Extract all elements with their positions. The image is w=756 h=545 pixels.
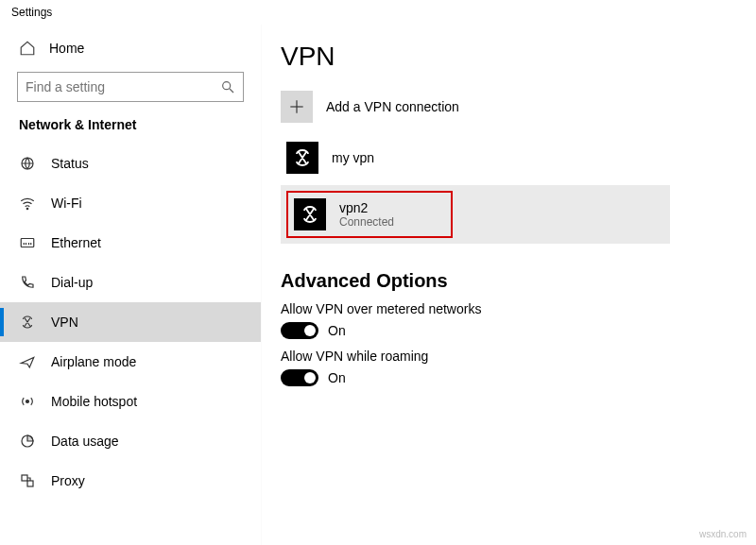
highlight-box: vpn2 Connected [286, 191, 453, 238]
home-label: Home [49, 41, 84, 56]
sidebar-item-label: Wi-Fi [51, 196, 82, 211]
add-vpn-button[interactable]: Add a VPN connection [281, 87, 756, 136]
vpn-connection-item[interactable]: my vpn [281, 136, 756, 179]
svg-line-1 [230, 89, 233, 93]
plus-icon [281, 91, 313, 123]
svg-point-3 [26, 208, 28, 210]
sidebar-item-ethernet[interactable]: Ethernet [0, 223, 261, 263]
main-content: VPN Add a VPN connection my vpn [262, 25, 756, 545]
search-icon [220, 79, 235, 94]
svg-point-0 [223, 82, 231, 90]
roaming-toggle[interactable] [281, 369, 318, 386]
data-usage-icon [19, 433, 36, 450]
svg-rect-4 [21, 239, 34, 247]
sidebar-item-wifi[interactable]: Wi-Fi [0, 183, 261, 223]
airplane-icon [19, 353, 36, 370]
page-title: VPN [281, 42, 756, 87]
svg-rect-7 [22, 475, 27, 481]
metered-label: Allow VPN over metered networks [281, 301, 756, 316]
vpn-status: Connected [339, 215, 394, 229]
vpn-name: my vpn [332, 150, 374, 165]
sidebar-item-label: Dial-up [51, 275, 93, 290]
vpn-connection-icon [294, 198, 326, 230]
category-header: Network & Internet [0, 115, 261, 144]
sidebar-item-label: VPN [51, 315, 78, 330]
sidebar-item-label: Data usage [51, 434, 119, 449]
sidebar-item-label: Proxy [51, 473, 85, 488]
roaming-state: On [328, 370, 346, 385]
wifi-icon [19, 195, 36, 212]
watermark: wsxdn.com [699, 529, 747, 539]
sidebar-item-hotspot[interactable]: Mobile hotspot [0, 382, 261, 421]
sidebar-item-status[interactable]: Status [0, 144, 261, 183]
proxy-icon [19, 472, 36, 489]
vpn-connection-item-selected[interactable]: vpn2 Connected [281, 185, 670, 244]
search-field[interactable] [26, 79, 220, 94]
sidebar-item-proxy[interactable]: Proxy [0, 461, 261, 501]
metered-state: On [328, 323, 346, 338]
add-vpn-label: Add a VPN connection [326, 99, 459, 114]
sidebar-item-label: Airplane mode [51, 354, 136, 369]
home-icon [19, 40, 36, 57]
advanced-options-header: Advanced Options [281, 270, 756, 292]
window-title: Settings [0, 0, 756, 25]
vpn-icon [19, 314, 36, 331]
hotspot-icon [19, 393, 36, 410]
roaming-label: Allow VPN while roaming [281, 349, 756, 364]
sidebar-item-datausage[interactable]: Data usage [0, 421, 261, 461]
sidebar-item-airplane[interactable]: Airplane mode [0, 342, 261, 382]
phone-icon [19, 274, 36, 291]
metered-toggle[interactable] [281, 322, 318, 339]
home-button[interactable]: Home [0, 32, 261, 66]
svg-rect-8 [27, 481, 33, 486]
vpn-connection-icon [286, 142, 318, 174]
sidebar-item-label: Mobile hotspot [51, 394, 137, 409]
sidebar-item-dialup[interactable]: Dial-up [0, 263, 261, 302]
search-input[interactable] [17, 72, 244, 102]
status-icon [19, 155, 36, 172]
vpn-name: vpn2 [339, 200, 394, 215]
svg-point-5 [26, 400, 29, 403]
ethernet-icon [19, 234, 36, 251]
sidebar-item-vpn[interactable]: VPN [0, 302, 261, 342]
sidebar-item-label: Status [51, 156, 89, 171]
sidebar-item-label: Ethernet [51, 235, 101, 250]
sidebar: Home Network & Internet Status Wi-Fi [0, 25, 262, 545]
